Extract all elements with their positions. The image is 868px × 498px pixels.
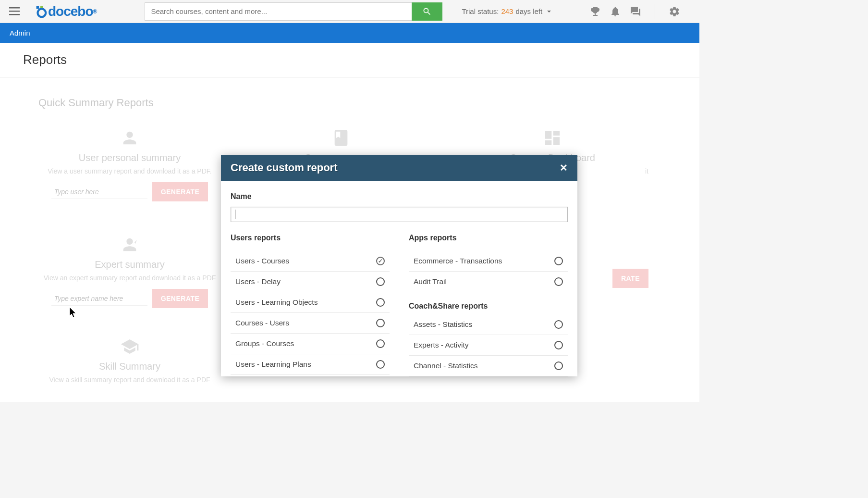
option-label: Channel - Statistics — [414, 361, 478, 370]
user-icon — [120, 128, 139, 148]
card-expert-summary: Expert summary View an expert summary re… — [29, 230, 231, 313]
trial-suffix: days left — [515, 7, 542, 15]
radio-icon — [376, 339, 385, 348]
search-input[interactable] — [145, 2, 412, 21]
svg-rect-2 — [9, 14, 20, 15]
page-header: Reports — [0, 43, 699, 77]
name-field-label: Name — [231, 192, 568, 201]
card-desc: View a user summary report and download … — [34, 167, 226, 175]
users-report-option[interactable]: Users - Learning Plans — [231, 354, 390, 375]
radio-icon — [376, 360, 385, 369]
trial-status-dropdown[interactable]: Trial status: 243 days left — [462, 7, 552, 15]
trophy-icon[interactable] — [589, 6, 601, 17]
radio-icon — [554, 320, 563, 329]
coach-report-option[interactable]: Experts - Activity — [409, 335, 568, 356]
radio-icon — [376, 257, 385, 265]
card-title: Skill Summary — [34, 361, 226, 372]
page-title: Reports — [23, 52, 676, 67]
users-reports-heading: Users reports — [231, 234, 390, 242]
hamburger-menu-icon[interactable] — [5, 0, 24, 23]
breadcrumb-admin[interactable]: Admin — [10, 29, 30, 37]
trial-days-count: 243 — [501, 7, 513, 15]
book-icon — [331, 128, 351, 148]
brand-text: docebo — [48, 4, 93, 19]
option-label: Users - Learning Objects — [235, 298, 318, 307]
option-label: Assets - Statistics — [414, 320, 472, 329]
modal-body: Name Users reports Users - CoursesUsers … — [221, 181, 577, 376]
expert-icon — [120, 235, 139, 254]
search-button[interactable] — [412, 2, 442, 21]
option-label: Ecommerce - Transactions — [414, 257, 502, 265]
topbar-icons — [589, 4, 695, 19]
report-name-input[interactable] — [231, 207, 568, 222]
quick-summary-title: Quick Summary Reports — [38, 97, 661, 109]
radio-icon — [554, 361, 563, 370]
option-label: Experts - Activity — [414, 341, 469, 349]
topbar: docebo® Trial status: 243 days left — [0, 0, 699, 23]
radio-icon — [554, 277, 563, 286]
radio-icon — [554, 257, 563, 265]
generate-button-partial[interactable]: RATE — [612, 269, 648, 288]
create-custom-report-modal: Create custom report ✕ Name Users report… — [221, 155, 577, 376]
card-desc: View an expert summary report and downlo… — [34, 274, 226, 282]
svg-rect-1 — [9, 11, 20, 12]
graduation-icon — [120, 337, 139, 356]
users-report-option[interactable]: Users - Learning Objects — [231, 292, 390, 313]
card-skill-summary: Skill Summary View a skill summary repor… — [29, 332, 231, 396]
svg-rect-3 — [37, 6, 39, 9]
svg-point-5 — [37, 9, 46, 17]
card-title: User personal summary — [34, 152, 226, 163]
expert-input[interactable] — [51, 292, 147, 306]
generate-button[interactable]: GENERATE — [152, 289, 208, 308]
option-label: Users - Courses — [235, 257, 289, 265]
radio-icon — [554, 341, 563, 349]
apps-report-option[interactable]: Ecommerce - Transactions — [409, 251, 568, 272]
modal-header: Create custom report ✕ — [221, 155, 577, 181]
gear-icon[interactable] — [669, 6, 680, 17]
coach-share-heading: Coach&Share reports — [409, 302, 568, 311]
coach-report-option[interactable]: Channel - Statistics — [409, 356, 568, 376]
apps-reports-heading: Apps reports — [409, 234, 568, 242]
radio-icon — [376, 319, 385, 327]
option-label: Groups - Courses — [235, 339, 294, 348]
bell-icon[interactable] — [610, 6, 621, 17]
option-label: Courses - Users — [235, 319, 289, 327]
dashboard-desc-tail: it — [645, 167, 648, 175]
card-user-personal: User personal summary View a user summar… — [29, 124, 231, 206]
topbar-divider — [655, 4, 655, 19]
option-label: Users - Learning Plans — [235, 360, 311, 369]
card-title: Expert summary — [34, 259, 226, 270]
modal-close-button[interactable]: ✕ — [560, 162, 568, 174]
users-report-option[interactable]: Users - Courses — [231, 251, 390, 272]
apps-report-option[interactable]: Audit Trail — [409, 272, 568, 292]
caret-down-icon — [546, 9, 552, 14]
users-report-option[interactable]: Users - Delay — [231, 272, 390, 292]
modal-title: Create custom report — [231, 162, 338, 174]
users-reports-column: Users reports Users - CoursesUsers - Del… — [231, 234, 390, 376]
radio-icon — [376, 277, 385, 286]
users-report-option[interactable]: Groups - Courses — [231, 334, 390, 354]
docebo-logo-icon — [34, 5, 47, 18]
search-icon — [422, 7, 432, 16]
generate-button[interactable]: GENERATE — [152, 182, 208, 201]
option-label: Audit Trail — [414, 277, 447, 286]
dashboard-icon — [543, 128, 562, 148]
brand-logo[interactable]: docebo® — [34, 4, 97, 19]
svg-rect-0 — [9, 7, 20, 9]
search-wrap — [145, 2, 442, 21]
radio-icon — [376, 298, 385, 307]
user-input[interactable] — [51, 185, 147, 199]
option-label: Users - Delay — [235, 277, 281, 286]
chat-icon[interactable] — [630, 6, 641, 17]
users-report-option[interactable]: Courses - Users — [231, 313, 390, 334]
card-desc: View a skill summary report and download… — [34, 376, 226, 384]
coach-report-option[interactable]: Assets - Statistics — [409, 314, 568, 335]
trial-prefix: Trial status: — [462, 7, 499, 15]
breadcrumb-bar: Admin — [0, 23, 699, 43]
apps-reports-column: Apps reports Ecommerce - TransactionsAud… — [409, 234, 568, 376]
